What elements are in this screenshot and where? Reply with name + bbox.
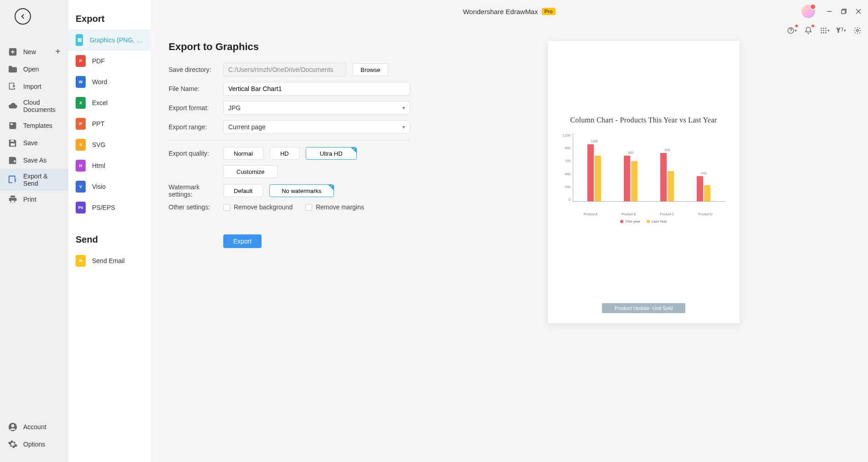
bar-group: 440	[697, 176, 710, 201]
export-icon	[8, 175, 18, 185]
bell-icon[interactable]	[803, 25, 813, 36]
word-file-icon: W	[76, 76, 86, 88]
export-range-select[interactable]: Current page	[223, 120, 410, 134]
nav-print[interactable]: Print	[0, 191, 68, 208]
excel-file-icon: X	[76, 97, 86, 109]
save-as-icon	[8, 155, 18, 165]
save-icon	[8, 138, 18, 148]
nav-new[interactable]: New +	[0, 43, 68, 61]
nav-account[interactable]: Account	[0, 418, 68, 436]
type-pseps[interactable]: PsPS/EPS	[68, 197, 150, 218]
nav-label: Account	[23, 423, 46, 431]
label-watermark: Watermark settings:	[169, 183, 223, 198]
chart-title: Column Chart - Products This Year vs Las…	[563, 116, 725, 124]
watermark-none[interactable]: No watermarks	[269, 184, 334, 197]
minimize-button[interactable]	[824, 6, 834, 16]
save-dir-field[interactable]: C:/Users/rimzh/OneDrive/Documents	[223, 63, 346, 76]
quality-customize[interactable]: Customize	[223, 165, 277, 178]
nav-label: Templates	[23, 122, 52, 129]
svg-point-15	[825, 28, 827, 29]
plus-icon[interactable]: +	[55, 46, 61, 57]
nav-save-as[interactable]: Save As	[0, 152, 68, 169]
ppt-file-icon: P	[76, 118, 86, 130]
nav-open[interactable]: Open	[0, 61, 68, 78]
nav-templates[interactable]: Templates	[0, 117, 68, 134]
apps-icon[interactable]: ▾	[820, 25, 830, 36]
svg-rect-4	[10, 140, 14, 142]
chk-remove-margin[interactable]: Remove margins	[305, 203, 364, 211]
svg-point-7	[11, 424, 14, 427]
checkbox-icon	[305, 204, 312, 211]
watermark-default[interactable]: Default	[223, 184, 263, 197]
nav-label: Export & Send	[23, 173, 61, 187]
settings-icon[interactable]	[853, 25, 863, 36]
help-icon[interactable]: ▾	[787, 25, 797, 36]
quality-hd[interactable]: HD	[270, 147, 299, 160]
chart-legend: This year Last Year	[563, 219, 725, 223]
type-ppt[interactable]: PPPT	[68, 113, 150, 134]
bar	[631, 161, 637, 201]
close-button[interactable]	[853, 6, 863, 16]
type-label: SVG	[92, 141, 106, 148]
nav-label: Open	[23, 66, 39, 73]
type-pdf[interactable]: PPDF	[68, 51, 150, 71]
form-heading: Export to Graphics	[169, 41, 410, 53]
svg-rect-3	[10, 143, 15, 146]
pro-badge: Pro	[542, 8, 555, 15]
type-label: Send Email	[92, 257, 125, 264]
image-file-icon: 🖼	[76, 34, 83, 46]
export-button[interactable]: Export	[223, 234, 262, 248]
bar-group: 800	[624, 156, 637, 201]
arrow-left-icon	[19, 12, 27, 20]
type-visio[interactable]: VVisio	[68, 176, 150, 197]
nav-cloud[interactable]: Cloud Documents	[0, 95, 68, 117]
mail-icon: ✉	[76, 255, 86, 267]
theme-icon[interactable]: ▾	[836, 25, 846, 36]
type-label: Excel	[92, 99, 108, 107]
bar: 850	[660, 153, 667, 201]
template-icon	[8, 121, 18, 131]
type-html[interactable]: HHtml	[68, 155, 150, 176]
plot-area: 1000 800 850	[573, 133, 724, 202]
browse-button[interactable]: Browse	[353, 63, 388, 76]
label-export-range: Export range:	[169, 123, 223, 131]
type-graphics[interactable]: 🖼Graphics (PNG, JPG et...	[68, 30, 150, 51]
folder-icon	[8, 64, 18, 74]
html-file-icon: H	[76, 160, 86, 172]
back-button[interactable]	[15, 8, 31, 25]
svg-point-13	[821, 28, 822, 29]
quality-ultra-hd[interactable]: Ultra HD	[306, 147, 357, 160]
bar: 800	[624, 156, 630, 201]
label-export-quality: Export quality:	[169, 150, 223, 157]
type-svg[interactable]: SSVG	[68, 134, 150, 155]
app-title: Wondershare EdrawMax Pro	[463, 8, 555, 15]
file-name-field[interactable]	[223, 82, 410, 96]
type-excel[interactable]: XExcel	[68, 92, 150, 113]
nav-label: Print	[23, 196, 36, 203]
nav-options[interactable]: Options	[0, 436, 68, 453]
sidebar-left: New + Open Import Cloud Documents Templa…	[0, 0, 68, 462]
type-word[interactable]: WWord	[68, 71, 150, 92]
preview-column: Column Chart - Products This Year vs Las…	[437, 41, 850, 323]
type-send-email[interactable]: ✉Send Email	[68, 250, 150, 271]
svg-point-16	[821, 30, 822, 31]
export-format-select[interactable]: JPG	[223, 101, 410, 115]
nav-import[interactable]: Import	[0, 78, 68, 95]
svg-point-17	[823, 30, 824, 31]
chk-remove-bg[interactable]: Remove background	[223, 203, 293, 211]
type-label: Graphics (PNG, JPG et...	[89, 36, 143, 44]
pdf-file-icon: P	[76, 55, 86, 67]
user-avatar[interactable]	[801, 5, 815, 18]
toolbar-right: ▾ ▾ ▾	[787, 25, 863, 36]
send-heading: Send	[68, 230, 150, 250]
nav-save[interactable]: Save	[0, 134, 68, 152]
nav-export-send[interactable]: Export & Send	[0, 169, 68, 191]
swatch-icon	[620, 220, 623, 223]
svg-rect-5	[11, 201, 15, 203]
export-form: Export to Graphics Save directory: C:/Us…	[169, 41, 410, 323]
quality-normal[interactable]: Normal	[223, 147, 263, 160]
legend-item: Last Year	[647, 219, 667, 223]
maximize-button[interactable]	[839, 6, 849, 16]
bar-group: 850	[660, 153, 674, 201]
nav-label: New	[23, 48, 36, 56]
